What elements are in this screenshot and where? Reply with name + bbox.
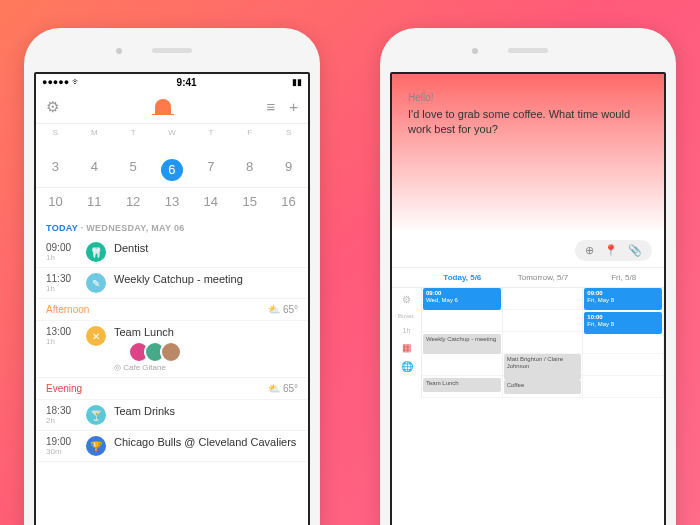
- message-preview: Hello! I'd love to grab some coffee. Wha…: [392, 74, 664, 234]
- week-row-3[interactable]: 10111213141516: [36, 187, 308, 215]
- section-afternoon: Afternoon ⛅ 65°: [36, 299, 308, 321]
- event-team-drinks[interactable]: 18:302h 🍸 Team Drinks: [36, 400, 308, 431]
- globe-icon: 🌐: [401, 361, 413, 372]
- timeline-col-tomorrow: Matt Brighton / Claire Johnson Coffee: [503, 288, 584, 398]
- event-team-lunch[interactable]: 13:001h ✕ Team Lunch ◎ Cafe Gitane: [36, 321, 308, 378]
- event-list[interactable]: 09:001h 🦷 Dentist 11:301h ✎ Weekly Catch…: [36, 237, 308, 525]
- battery-icon: ▮▮: [292, 77, 302, 87]
- attachment-icon[interactable]: 📎: [628, 244, 642, 257]
- list-view-icon[interactable]: ≡: [266, 98, 275, 115]
- screen-right: Hello! I'd love to grab some coffee. Wha…: [390, 72, 666, 525]
- gear-icon: ⚙: [402, 294, 411, 305]
- calendar-icon: ▦: [402, 342, 411, 353]
- day-8: 8: [230, 153, 269, 187]
- event-weekly-catchup[interactable]: 11:301h ✎ Weekly Catchup - meeting: [36, 268, 308, 299]
- phone-right: Hello! I'd love to grab some coffee. Wha…: [380, 28, 676, 525]
- weather-icon: ⛅: [268, 304, 280, 315]
- timeline-col-today: 09:00Wed, May 6 Weekly Catchup - meeting…: [422, 288, 503, 398]
- attendee-avatars: [114, 341, 298, 363]
- signal-icon: ●●●●●: [42, 77, 69, 87]
- trophy-icon: 🏆: [86, 436, 106, 456]
- slot-fri-10: 10:00Fri, May 8: [584, 312, 662, 334]
- day-tabs[interactable]: Today, 5/6 Tomorrow, 5/7 Fri, 5/8: [392, 268, 664, 288]
- status-time: 9:41: [177, 77, 197, 88]
- screen-left: ●●●●●ᯤ 9:41 ▮▮ ⚙ ≡ + SMTWTFS 3 4 5 6 7 8…: [34, 72, 310, 525]
- location-insert-icon[interactable]: 📍: [604, 244, 618, 257]
- weather-icon: ⛅: [268, 383, 280, 394]
- slot-wed-9: 09:00Wed, May 6: [423, 288, 501, 310]
- timeline-grid[interactable]: ⚙ Buvet. 1h ▦ 🌐 09:00Wed, May 6 Weekly C…: [392, 288, 664, 398]
- timeline-col-fri: 09:00Fri, May 8 10:00Fri, May 8: [583, 288, 664, 398]
- slot-team-lunch: Team Lunch: [423, 378, 501, 392]
- slot-matt-claire: Matt Brighton / Claire Johnson: [504, 354, 582, 380]
- day-9: 9: [269, 153, 308, 187]
- event-dentist[interactable]: 09:001h 🦷 Dentist: [36, 237, 308, 268]
- day-6-selected: 6: [153, 153, 192, 187]
- week-row-2[interactable]: 3 4 5 6 7 8 9: [36, 153, 308, 187]
- tooth-icon: 🦷: [86, 242, 106, 262]
- add-event-icon[interactable]: +: [289, 98, 298, 115]
- week-row-1: [36, 141, 308, 153]
- sunrise-logo-icon[interactable]: [155, 99, 171, 115]
- avatar: [160, 341, 182, 363]
- slot-weekly-catchup: Weekly Catchup - meeting: [423, 334, 501, 354]
- day-5: 5: [114, 153, 153, 187]
- drinks-icon: 🍸: [86, 405, 106, 425]
- tab-tomorrow: Tomorrow, 5/7: [503, 268, 584, 287]
- day-7: 7: [191, 153, 230, 187]
- slot-fri-9: 09:00Fri, May 8: [584, 288, 662, 310]
- lunch-icon: ✕: [86, 326, 106, 346]
- nav-bar: ⚙ ≡ +: [36, 90, 308, 124]
- today-header: TODAY · WEDNESDAY, MAY 06: [36, 215, 308, 237]
- calendar-insert-icon[interactable]: ⊕: [585, 244, 594, 257]
- settings-icon[interactable]: ⚙: [46, 98, 59, 116]
- day-3: 3: [36, 153, 75, 187]
- event-bulls-cavs[interactable]: 19:0030m 🏆 Chicago Bulls @ Cleveland Cav…: [36, 431, 308, 462]
- section-evening: Evening ⛅ 65°: [36, 378, 308, 400]
- wifi-icon: ᯤ: [72, 77, 81, 87]
- weekday-labels: SMTWTFS: [36, 124, 308, 141]
- meeting-icon: ✎: [86, 273, 106, 293]
- slot-coffee: Coffee: [504, 380, 582, 394]
- status-bar: ●●●●●ᯤ 9:41 ▮▮: [36, 74, 308, 90]
- timeline-sidebar: ⚙ Buvet. 1h ▦ 🌐: [392, 288, 422, 398]
- tab-friday: Fri, 5/8: [583, 268, 664, 287]
- day-4: 4: [75, 153, 114, 187]
- tab-today: Today, 5/6: [422, 268, 503, 287]
- keyboard-toolbar: ⊕ 📍 📎: [392, 234, 664, 268]
- phone-left: ●●●●●ᯤ 9:41 ▮▮ ⚙ ≡ + SMTWTFS 3 4 5 6 7 8…: [24, 28, 320, 525]
